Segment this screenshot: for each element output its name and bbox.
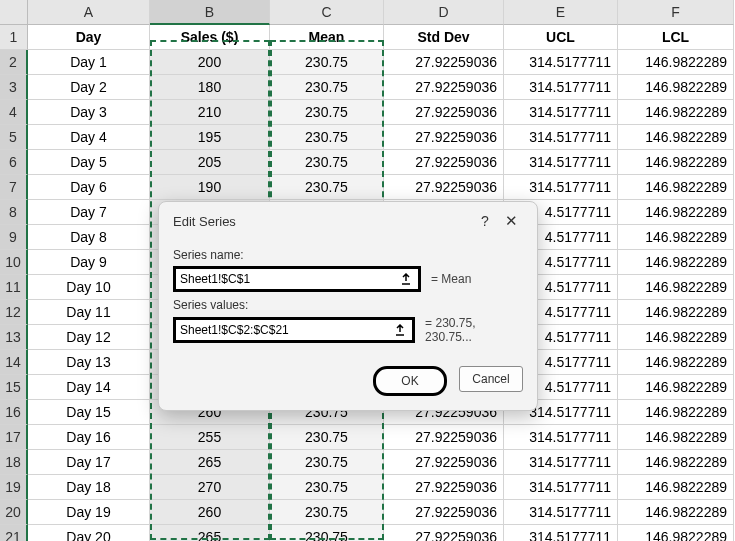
cell-A11[interactable]: Day 10: [28, 275, 150, 300]
row-header-1[interactable]: 1: [0, 25, 28, 50]
header-cell-C[interactable]: Mean: [270, 25, 384, 50]
cell-E19[interactable]: 314.5177711: [504, 475, 618, 500]
cell-A10[interactable]: Day 9: [28, 250, 150, 275]
cell-F20[interactable]: 146.9822289: [618, 500, 734, 525]
cell-C20[interactable]: 230.75: [270, 500, 384, 525]
cell-C2[interactable]: 230.75: [270, 50, 384, 75]
row-header-7[interactable]: 7: [0, 175, 28, 200]
cell-F3[interactable]: 146.9822289: [618, 75, 734, 100]
cell-A12[interactable]: Day 11: [28, 300, 150, 325]
row-header-18[interactable]: 18: [0, 450, 28, 475]
cell-F5[interactable]: 146.9822289: [618, 125, 734, 150]
cell-E6[interactable]: 314.5177711: [504, 150, 618, 175]
cell-A5[interactable]: Day 4: [28, 125, 150, 150]
cell-D4[interactable]: 27.92259036: [384, 100, 504, 125]
cell-D19[interactable]: 27.92259036: [384, 475, 504, 500]
cell-C5[interactable]: 230.75: [270, 125, 384, 150]
header-cell-F[interactable]: LCL: [618, 25, 734, 50]
cell-A8[interactable]: Day 7: [28, 200, 150, 225]
cell-A14[interactable]: Day 13: [28, 350, 150, 375]
close-button[interactable]: ✕: [497, 212, 525, 230]
cell-B7[interactable]: 190: [150, 175, 270, 200]
cell-A18[interactable]: Day 17: [28, 450, 150, 475]
cell-A20[interactable]: Day 19: [28, 500, 150, 525]
row-header-9[interactable]: 9: [0, 225, 28, 250]
cell-E4[interactable]: 314.5177711: [504, 100, 618, 125]
header-cell-D[interactable]: Std Dev: [384, 25, 504, 50]
cell-A16[interactable]: Day 15: [28, 400, 150, 425]
cell-C18[interactable]: 230.75: [270, 450, 384, 475]
cell-C21[interactable]: 230.75: [270, 525, 384, 541]
cell-B4[interactable]: 210: [150, 100, 270, 125]
row-header-20[interactable]: 20: [0, 500, 28, 525]
row-header-6[interactable]: 6: [0, 150, 28, 175]
cancel-button[interactable]: Cancel: [459, 366, 523, 392]
cell-E21[interactable]: 314.5177711: [504, 525, 618, 541]
row-header-16[interactable]: 16: [0, 400, 28, 425]
cell-C17[interactable]: 230.75: [270, 425, 384, 450]
cell-D21[interactable]: 27.92259036: [384, 525, 504, 541]
cell-D3[interactable]: 27.92259036: [384, 75, 504, 100]
cell-A7[interactable]: Day 6: [28, 175, 150, 200]
cell-E3[interactable]: 314.5177711: [504, 75, 618, 100]
cell-F14[interactable]: 146.9822289: [618, 350, 734, 375]
row-header-13[interactable]: 13: [0, 325, 28, 350]
cell-C6[interactable]: 230.75: [270, 150, 384, 175]
row-header-3[interactable]: 3: [0, 75, 28, 100]
row-header-4[interactable]: 4: [0, 100, 28, 125]
cell-B6[interactable]: 205: [150, 150, 270, 175]
cell-B21[interactable]: 265: [150, 525, 270, 541]
cell-A17[interactable]: Day 16: [28, 425, 150, 450]
cell-A13[interactable]: Day 12: [28, 325, 150, 350]
cell-E20[interactable]: 314.5177711: [504, 500, 618, 525]
column-header-A[interactable]: A: [28, 0, 150, 25]
cell-D20[interactable]: 27.92259036: [384, 500, 504, 525]
cell-B19[interactable]: 270: [150, 475, 270, 500]
cell-E7[interactable]: 314.5177711: [504, 175, 618, 200]
cell-B2[interactable]: 200: [150, 50, 270, 75]
cell-F15[interactable]: 146.9822289: [618, 375, 734, 400]
cell-A2[interactable]: Day 1: [28, 50, 150, 75]
cell-F11[interactable]: 146.9822289: [618, 275, 734, 300]
cell-C19[interactable]: 230.75: [270, 475, 384, 500]
cell-D2[interactable]: 27.92259036: [384, 50, 504, 75]
row-header-21[interactable]: 21: [0, 525, 28, 541]
cell-C3[interactable]: 230.75: [270, 75, 384, 100]
cell-A4[interactable]: Day 3: [28, 100, 150, 125]
column-header-C[interactable]: C: [270, 0, 384, 25]
cell-D7[interactable]: 27.92259036: [384, 175, 504, 200]
cell-E17[interactable]: 314.5177711: [504, 425, 618, 450]
row-header-2[interactable]: 2: [0, 50, 28, 75]
cell-A19[interactable]: Day 18: [28, 475, 150, 500]
cell-F2[interactable]: 146.9822289: [618, 50, 734, 75]
cell-F16[interactable]: 146.9822289: [618, 400, 734, 425]
row-header-17[interactable]: 17: [0, 425, 28, 450]
cell-B20[interactable]: 260: [150, 500, 270, 525]
cell-B17[interactable]: 255: [150, 425, 270, 450]
row-header-14[interactable]: 14: [0, 350, 28, 375]
row-header-10[interactable]: 10: [0, 250, 28, 275]
header-cell-A[interactable]: Day: [28, 25, 150, 50]
help-button[interactable]: ?: [473, 213, 497, 229]
cell-B18[interactable]: 265: [150, 450, 270, 475]
cell-F6[interactable]: 146.9822289: [618, 150, 734, 175]
cell-B3[interactable]: 180: [150, 75, 270, 100]
series-name-input[interactable]: [180, 272, 398, 286]
cell-F17[interactable]: 146.9822289: [618, 425, 734, 450]
column-header-F[interactable]: F: [618, 0, 734, 25]
ok-button[interactable]: OK: [373, 366, 447, 396]
cell-F18[interactable]: 146.9822289: [618, 450, 734, 475]
row-header-11[interactable]: 11: [0, 275, 28, 300]
collapse-range-icon[interactable]: [392, 322, 408, 338]
column-header-B[interactable]: B: [150, 0, 270, 25]
series-values-input[interactable]: [180, 323, 392, 337]
row-header-12[interactable]: 12: [0, 300, 28, 325]
row-header-8[interactable]: 8: [0, 200, 28, 225]
cell-F19[interactable]: 146.9822289: [618, 475, 734, 500]
cell-E18[interactable]: 314.5177711: [504, 450, 618, 475]
cell-F12[interactable]: 146.9822289: [618, 300, 734, 325]
header-cell-E[interactable]: UCL: [504, 25, 618, 50]
cell-F4[interactable]: 146.9822289: [618, 100, 734, 125]
cell-F10[interactable]: 146.9822289: [618, 250, 734, 275]
cell-E2[interactable]: 314.5177711: [504, 50, 618, 75]
